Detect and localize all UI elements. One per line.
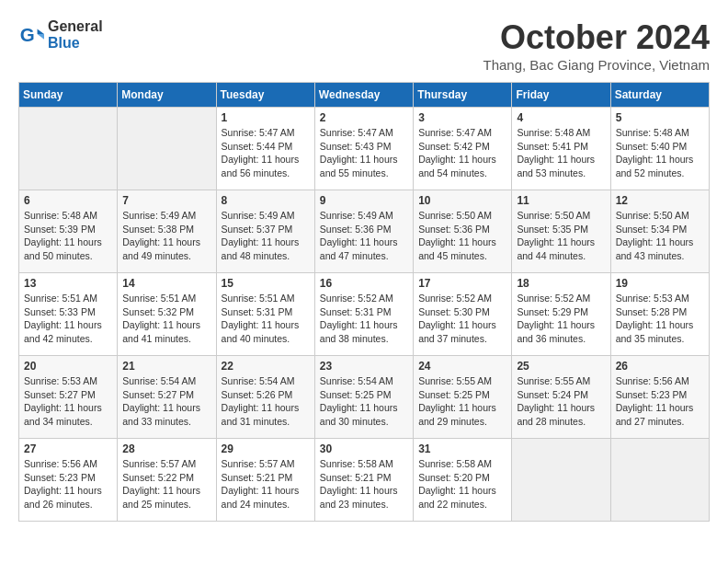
calendar-cell: 21Sunrise: 5:54 AMSunset: 5:27 PMDayligh… <box>118 356 216 439</box>
day-info-line: Daylight: 11 hours <box>418 402 496 413</box>
day-info-line: Daylight: 11 hours <box>24 236 102 247</box>
day-info-line: Sunrise: 5:47 AM <box>222 127 295 138</box>
calendar-cell: 27Sunrise: 5:56 AMSunset: 5:23 PMDayligh… <box>19 439 118 522</box>
day-info-line: and 26 minutes. <box>24 499 93 510</box>
calendar-cell: 22Sunrise: 5:54 AMSunset: 5:26 PMDayligh… <box>216 356 314 439</box>
day-info-line: Sunset: 5:36 PM <box>320 224 392 235</box>
day-info-line: Sunrise: 5:52 AM <box>517 293 590 304</box>
day-info-line: Daylight: 11 hours <box>320 319 398 330</box>
day-info-line: Sunrise: 5:53 AM <box>616 293 689 304</box>
column-header-saturday: Saturday <box>610 83 709 108</box>
day-info-line: Daylight: 11 hours <box>418 485 496 496</box>
day-info: Sunrise: 5:52 AMSunset: 5:30 PMDaylight:… <box>418 292 506 346</box>
day-info: Sunrise: 5:52 AMSunset: 5:29 PMDaylight:… <box>517 292 605 346</box>
day-info-line: Sunset: 5:23 PM <box>24 472 96 483</box>
day-info: Sunrise: 5:58 AMSunset: 5:21 PMDaylight:… <box>320 457 408 511</box>
day-info: Sunrise: 5:55 AMSunset: 5:25 PMDaylight:… <box>418 374 506 429</box>
day-info-line: Sunrise: 5:56 AM <box>24 458 97 469</box>
day-info-line: Sunrise: 5:51 AM <box>24 293 97 304</box>
day-number: 27 <box>24 442 112 455</box>
day-info-line: Sunrise: 5:49 AM <box>222 210 295 221</box>
day-number: 16 <box>320 277 408 290</box>
day-info-line: Sunrise: 5:48 AM <box>24 210 97 221</box>
day-info-line: Sunrise: 5:52 AM <box>418 293 492 304</box>
calendar-cell: 31Sunrise: 5:58 AMSunset: 5:20 PMDayligh… <box>414 439 512 522</box>
logo-general: General <box>48 18 103 34</box>
day-info-line: Sunset: 5:27 PM <box>122 389 194 400</box>
day-info-line: Daylight: 11 hours <box>517 236 595 247</box>
day-info-line: Sunrise: 5:51 AM <box>222 293 295 304</box>
calendar-cell: 19Sunrise: 5:53 AMSunset: 5:28 PMDayligh… <box>610 273 709 356</box>
column-header-sunday: Sunday <box>19 83 118 108</box>
calendar-week-row: 20Sunrise: 5:53 AMSunset: 5:27 PMDayligh… <box>19 356 710 439</box>
day-info-line: Sunset: 5:26 PM <box>222 389 293 400</box>
day-info-line: and 27 minutes. <box>616 416 685 427</box>
calendar-cell: 15Sunrise: 5:51 AMSunset: 5:31 PMDayligh… <box>216 273 314 356</box>
calendar-cell: 11Sunrise: 5:50 AMSunset: 5:35 PMDayligh… <box>512 190 610 273</box>
day-number: 6 <box>24 194 112 207</box>
day-info-line: Daylight: 11 hours <box>517 402 595 413</box>
calendar-week-row: 13Sunrise: 5:51 AMSunset: 5:33 PMDayligh… <box>19 273 710 356</box>
day-info-line: and 44 minutes. <box>517 250 586 261</box>
day-number: 1 <box>222 111 310 124</box>
day-info-line: and 47 minutes. <box>320 250 389 261</box>
day-info-line: Sunset: 5:39 PM <box>24 224 96 235</box>
svg-marker-1 <box>38 29 44 34</box>
day-info-line: Sunset: 5:42 PM <box>418 141 490 152</box>
day-number: 8 <box>222 194 310 207</box>
day-info-line: Daylight: 11 hours <box>517 154 595 165</box>
day-info-line: Sunset: 5:37 PM <box>222 224 293 235</box>
day-info-line: and 50 minutes. <box>24 250 93 261</box>
day-info: Sunrise: 5:54 AMSunset: 5:25 PMDaylight:… <box>320 374 408 429</box>
day-info: Sunrise: 5:56 AMSunset: 5:23 PMDaylight:… <box>616 374 704 429</box>
day-info-line: Daylight: 11 hours <box>24 485 102 496</box>
day-info-line: Sunrise: 5:58 AM <box>418 458 492 469</box>
day-info-line: and 29 minutes. <box>418 416 487 427</box>
day-info-line: Sunset: 5:41 PM <box>517 141 588 152</box>
calendar-cell: 4Sunrise: 5:48 AMSunset: 5:41 PMDaylight… <box>512 108 610 190</box>
day-number: 30 <box>320 442 408 455</box>
day-info-line: and 42 minutes. <box>24 333 93 344</box>
day-info: Sunrise: 5:47 AMSunset: 5:42 PMDaylight:… <box>418 126 506 180</box>
day-info-line: Daylight: 11 hours <box>616 236 694 247</box>
day-info-line: Daylight: 11 hours <box>122 402 200 413</box>
day-info-line: Daylight: 11 hours <box>122 485 200 496</box>
page-header: G General Blue October 2024 Thang, Bac G… <box>18 18 710 73</box>
calendar-cell: 14Sunrise: 5:51 AMSunset: 5:32 PMDayligh… <box>118 273 216 356</box>
calendar-cell: 2Sunrise: 5:47 AMSunset: 5:43 PMDaylight… <box>314 108 413 190</box>
day-info-line: Sunrise: 5:50 AM <box>418 210 492 221</box>
day-info-line: Sunrise: 5:50 AM <box>517 210 590 221</box>
calendar-cell: 13Sunrise: 5:51 AMSunset: 5:33 PMDayligh… <box>19 273 118 356</box>
calendar-cell: 25Sunrise: 5:55 AMSunset: 5:24 PMDayligh… <box>512 356 610 439</box>
day-info-line: and 22 minutes. <box>418 499 487 510</box>
day-info-line: Daylight: 11 hours <box>418 154 496 165</box>
calendar-table: SundayMondayTuesdayWednesdayThursdayFrid… <box>18 82 710 522</box>
day-number: 20 <box>24 360 112 373</box>
day-info-line: and 54 minutes. <box>418 167 487 178</box>
day-info: Sunrise: 5:50 AMSunset: 5:34 PMDaylight:… <box>616 209 704 263</box>
day-number: 22 <box>222 360 310 373</box>
day-number: 28 <box>122 442 210 455</box>
day-info-line: Daylight: 11 hours <box>320 236 398 247</box>
day-info-line: Sunrise: 5:54 AM <box>122 375 196 386</box>
day-info-line: Sunrise: 5:47 AM <box>418 127 492 138</box>
day-info: Sunrise: 5:51 AMSunset: 5:31 PMDaylight:… <box>222 292 310 346</box>
calendar-week-row: 27Sunrise: 5:56 AMSunset: 5:23 PMDayligh… <box>19 439 710 522</box>
calendar-week-row: 6Sunrise: 5:48 AMSunset: 5:39 PMDaylight… <box>19 190 710 273</box>
day-info: Sunrise: 5:53 AMSunset: 5:27 PMDaylight:… <box>24 374 112 429</box>
logo: G General Blue <box>18 18 103 51</box>
day-info-line: and 31 minutes. <box>222 416 290 427</box>
calendar-cell: 26Sunrise: 5:56 AMSunset: 5:23 PMDayligh… <box>610 356 709 439</box>
day-info-line: Daylight: 11 hours <box>320 402 398 413</box>
svg-text:G: G <box>20 23 35 44</box>
day-info: Sunrise: 5:47 AMSunset: 5:44 PMDaylight:… <box>222 126 310 180</box>
day-info-line: Sunset: 5:28 PM <box>616 306 688 317</box>
day-info-line: and 43 minutes. <box>616 250 685 261</box>
calendar-cell <box>610 439 709 522</box>
day-info-line: Daylight: 11 hours <box>222 154 300 165</box>
day-info: Sunrise: 5:54 AMSunset: 5:27 PMDaylight:… <box>122 374 210 429</box>
day-number: 7 <box>122 194 210 207</box>
day-info: Sunrise: 5:55 AMSunset: 5:24 PMDaylight:… <box>517 374 605 429</box>
day-info-line: and 45 minutes. <box>418 250 487 261</box>
day-info: Sunrise: 5:52 AMSunset: 5:31 PMDaylight:… <box>320 292 408 346</box>
